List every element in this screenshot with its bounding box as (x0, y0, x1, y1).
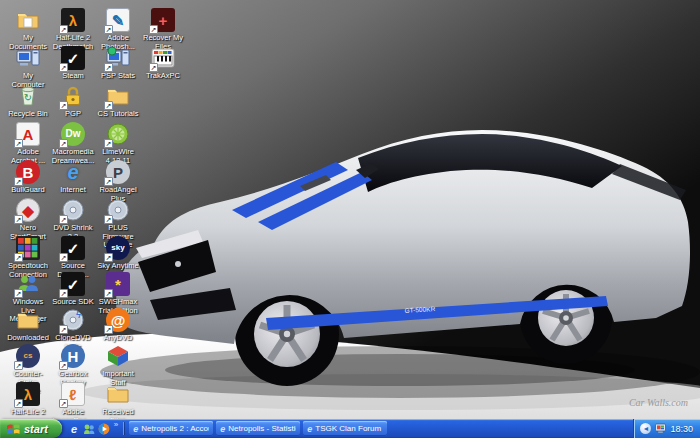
start-button-label: start (24, 423, 48, 435)
desktop-icon-limewire-4-12-11[interactable]: ↗LimeWire 4.12.11 (96, 122, 140, 165)
downloaded-folder-icon (16, 308, 40, 332)
media-player-quicklaunch-icon[interactable] (98, 422, 111, 435)
shortcut-arrow-overlay: ↗ (14, 399, 23, 408)
half-life-2-deathmatch-lambda-icon: λ↗ (61, 8, 85, 32)
hockey-mods-icon: H↗ (61, 344, 85, 368)
recycle-bin-icon: ↻ (16, 84, 40, 108)
desktop-icon-bullguard[interactable]: B↗BullGuard (6, 160, 50, 195)
recover-my-files-icon: +↗ (151, 8, 175, 32)
desktop-icon-label: Downloaded (6, 334, 50, 343)
internet-explorer-quicklaunch-icon[interactable]: e (68, 422, 81, 435)
dvd-shrink-disc-icon: ↗ (61, 198, 85, 222)
acrobat-icon: A↗ (16, 122, 40, 146)
desktop-icon-anydvd[interactable]: @↗AnyDVD (96, 308, 140, 343)
photoshop-pen-icon: ✎↗ (106, 8, 130, 32)
desktop-icon-macromedia-dreamwea[interactable]: Dw↗Macromedia Dreamwea... (51, 122, 95, 165)
desktop-icon-pgp[interactable]: ↗PGP (51, 84, 95, 119)
desktop-icon-label: Sky Anytime (96, 262, 140, 271)
dreamweaver-icon: Dw↗ (61, 122, 85, 146)
limewire-icon: ↗ (106, 122, 130, 146)
my-computer-icon (16, 46, 40, 70)
shortcut-arrow-overlay: ↗ (59, 25, 68, 34)
desktop-icon-dvd-shrink-3-2[interactable]: ↗DVD Shrink 3.2 (51, 198, 95, 241)
shortcut-arrow-overlay: ↗ (104, 25, 113, 34)
shortcut-arrow-overlay: ↗ (59, 325, 68, 334)
quick-launch-overflow-chevron[interactable]: » (114, 420, 118, 429)
desktop-icon-trakaxpc[interactable]: ↗TrakAxPC (141, 46, 185, 81)
messenger-quicklaunch-icon[interactable] (83, 422, 96, 435)
quick-launch-toolbar: e» (62, 419, 121, 438)
shortcut-arrow-overlay: ↗ (149, 63, 158, 72)
taskbar-button-netropolis-statistics[interactable]: eNetropolis - Statistics... (216, 421, 300, 436)
steam-icon: ✓↗ (61, 46, 85, 70)
display-settings-tray-icon[interactable] (655, 423, 666, 434)
pgp-lock-icon: ↗ (61, 84, 85, 108)
internet-explorer-favicon: e (307, 424, 312, 434)
shortcut-arrow-overlay: ↗ (59, 101, 68, 110)
taskbar-button-title: Netropolis 2 : Accoun... (141, 424, 209, 433)
taskbar-button-netropolis-2-accoun[interactable]: eNetropolis 2 : Accoun... (129, 421, 213, 436)
desktop-icon-sky-anytime[interactable]: sky↗Sky Anytime (96, 236, 140, 271)
received-files-folder-icon (106, 382, 130, 406)
messenger-people-icon: ↗ (16, 272, 40, 296)
shortcut-arrow-overlay: ↗ (14, 215, 23, 224)
shortcut-arrow-overlay: ↗ (59, 139, 68, 148)
desktop-icon-label: Recycle Bin (6, 110, 50, 119)
cs-tutorials-folder-icon: ↗ (106, 84, 130, 108)
desktop-icon-internet[interactable]: eInternet (51, 160, 95, 195)
shortcut-arrow-overlay: ↗ (149, 25, 158, 34)
firmware-upgrade-disc-icon: ↗ (106, 198, 130, 222)
desktop-icon-label: AnyDVD (96, 334, 140, 343)
desktop-icon-adobe-acrobat[interactable]: A↗Adobe Acrobat ... (6, 122, 50, 165)
source-sdk-icon: ✓↗ (61, 272, 85, 296)
shortcut-arrow-overlay: ↗ (14, 289, 23, 298)
shortcut-arrow-overlay: ↗ (104, 325, 113, 334)
shortcut-arrow-overlay: ↗ (59, 215, 68, 224)
hide-tray-icons-chevron[interactable]: ◄ (640, 423, 651, 434)
shortcut-arrow-overlay: ↗ (104, 253, 113, 262)
important-stuff-cube-icon (106, 344, 130, 368)
shortcut-arrow-overlay: ↗ (14, 253, 23, 262)
desktop-icon-recover-my-files[interactable]: +↗Recover My Files (141, 8, 185, 51)
shortcut-arrow-overlay: ↗ (104, 139, 113, 148)
swishmax-icon: *↗ (106, 272, 130, 296)
bullguard-icon: B↗ (16, 160, 40, 184)
shortcut-arrow-overlay: ↗ (59, 399, 68, 408)
desktop-icon-label: BullGuard (6, 186, 50, 195)
internet-explorer-icon: e (61, 160, 85, 184)
desktop-icon-my-computer[interactable]: My Computer (6, 46, 50, 89)
desktop-icon-half-life-2[interactable]: λ↗Half-Life 2 (6, 382, 50, 417)
svg-text:↻: ↻ (24, 92, 32, 103)
svg-text:e: e (71, 423, 77, 435)
desktop-icon-important-stuff[interactable]: Important Stuff (96, 344, 140, 387)
desktop-icon-cs-tutorials[interactable]: ↗CS Tutorials (96, 84, 140, 119)
nero-startsmart-icon: ◆↗ (16, 198, 40, 222)
svg-text:ϟ: ϟ (76, 310, 81, 320)
desktop-icon-label: TrakAxPC (141, 72, 185, 81)
start-button[interactable]: start (0, 419, 62, 438)
desktop-icon-source-sdk[interactable]: ✓↗Source SDK (51, 272, 95, 307)
roadangel-plus-icon: P↗ (106, 160, 130, 184)
desktop-icon-recycle-bin[interactable]: ↻Recycle Bin (6, 84, 50, 119)
desktop-icon-my-documents[interactable]: My Documents (6, 8, 50, 51)
desktop-icon-adobe-photosh[interactable]: ✎↗Adobe Photosh... (96, 8, 140, 51)
half-life-2-lambda-icon: λ↗ (16, 382, 40, 406)
desktop-icon-label: PSP Stats (96, 72, 140, 81)
windows-flag-icon (6, 422, 21, 435)
shortcut-arrow-overlay: ↗ (104, 289, 113, 298)
imageready-icon: ℓ↗ (61, 382, 85, 406)
desktop-icon-half-life-2-deathmatch[interactable]: λ↗Half-Life 2 Deathmatch (51, 8, 95, 51)
desktop-icon-roadangel-plus[interactable]: P↗RoadAngel Plus (96, 160, 140, 203)
taskbar-button-tsgk-clan-forum-v[interactable]: eTSGK Clan Forum :: V... (303, 421, 387, 436)
desktop-icon-nero-startsmart[interactable]: ◆↗Nero StartSmart (6, 198, 50, 241)
taskbar-button-title: TSGK Clan Forum :: V... (315, 424, 383, 433)
desktop-icon-steam[interactable]: ✓↗Steam (51, 46, 95, 81)
desktop-icon-label: PGP (51, 110, 95, 119)
shortcut-arrow-overlay: ↗ (59, 361, 68, 370)
shortcut-arrow-overlay: ↗ (104, 177, 113, 186)
desktop-icon-psp-stats[interactable]: ↗PSP Stats (96, 46, 140, 81)
desktop-surface[interactable]: My Documentsλ↗Half-Life 2 Deathmatch✎↗Ad… (0, 0, 700, 419)
desktop-icon-downloaded[interactable]: Downloaded (6, 308, 50, 343)
shortcut-arrow-overlay: ↗ (14, 361, 23, 370)
internet-explorer-favicon: e (133, 424, 138, 434)
